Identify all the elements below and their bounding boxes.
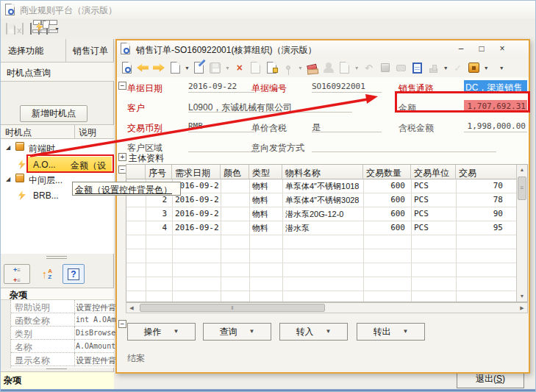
grid-empty-row — [126, 277, 518, 291]
operation-menu-button[interactable]: 操作▼ — [127, 323, 196, 341]
help-button[interactable]: ? — [62, 264, 85, 284]
grid-header-date[interactable]: 需求日期 — [172, 165, 221, 179]
horizontal-scroll-thumb[interactable]: ‖ — [140, 304, 325, 312]
toolbar-overflow-caret[interactable]: ▼ — [499, 65, 504, 71]
grid-header-name[interactable]: 物料名称 — [282, 165, 363, 179]
lock-dropdown-caret[interactable]: ▼ — [484, 65, 489, 71]
annotation-box-tree-item — [26, 154, 114, 173]
tree-col-timing[interactable]: 时机点 — [5, 126, 32, 139]
minimize-button[interactable]: – — [454, 42, 468, 55]
scroll-right-icon[interactable]: ▶ — [517, 303, 527, 313]
scroll-up-icon[interactable]: ▲ — [517, 165, 527, 175]
tree-group-middle[interactable]: 中间层... — [29, 174, 62, 187]
tax-amount-field[interactable]: 1,998,000.00 — [464, 120, 527, 132]
save-icon[interactable] — [6, 24, 7, 34]
transfer-out-menu-button[interactable]: 转出▼ — [357, 323, 425, 341]
region-field[interactable] — [188, 140, 254, 152]
props-section-header: 杂项 — [1, 288, 114, 300]
archive-icon[interactable] — [379, 61, 392, 74]
refresh-document-icon[interactable] — [249, 61, 262, 74]
prop-row[interactable]: 函数全称 int A.OAm — [11, 313, 114, 327]
query-section-header[interactable]: 时机点查询 — [1, 63, 114, 82]
cancel-document-icon[interactable]: x — [14, 24, 15, 34]
pin-dropdown-caret[interactable]: ▼ — [298, 65, 303, 71]
preview-icon[interactable] — [120, 61, 133, 74]
stamp-icon[interactable] — [427, 61, 440, 74]
submit-icon[interactable] — [306, 61, 319, 74]
maximize-button[interactable]: □ — [474, 42, 489, 55]
query-menu-button[interactable]: 查询▼ — [203, 323, 271, 341]
tax-incl-field[interactable]: 是 — [312, 120, 382, 132]
add-timing-point-button[interactable]: 新增时机点 — [20, 105, 87, 122]
exit-label: ) — [502, 374, 505, 384]
save-icon[interactable] — [209, 61, 222, 74]
grid-header-type[interactable]: 类型 — [249, 165, 282, 179]
currency-field[interactable]: RMB — [188, 120, 254, 132]
grid-header-no[interactable]: 序号 — [146, 165, 172, 179]
prop-row[interactable]: 名称 A.OAmount — [11, 340, 114, 353]
pin-icon[interactable] — [282, 61, 295, 74]
save-dropdown-caret[interactable]: ▼ — [225, 65, 230, 71]
notes-icon[interactable] — [411, 61, 424, 74]
report-dropdown-caret[interactable]: ▼ — [354, 65, 360, 71]
grid-row[interactable]: 3 2016-09-26 物料 潜水泵20G-12-0 600 PCS 90 — [126, 207, 518, 221]
report-icon[interactable] — [338, 61, 351, 74]
approve-icon[interactable]: ✓ — [451, 61, 465, 74]
scroll-down-icon[interactable]: ▼ — [517, 291, 527, 302]
package-icon — [15, 142, 24, 151]
edit-icon[interactable] — [193, 61, 206, 74]
grid-row[interactable]: 4 2016-09-26 物料 潜水泵 600 PCS 95 — [126, 221, 518, 235]
undo-icon[interactable]: ↶ — [362, 61, 376, 74]
tree-expander-icon[interactable]: ◢ — [6, 144, 10, 151]
next-record-icon[interactable] — [152, 61, 165, 74]
dialog-titlebar[interactable]: 销售订单-SO160922001(核算组织)（演示版） – □ × — [117, 40, 529, 58]
transfer-in-menu-button[interactable]: 转入▼ — [279, 323, 348, 341]
grid-header-unit[interactable]: 交易单位 — [411, 165, 456, 179]
splitter-handle[interactable] — [1, 254, 114, 261]
comment-icon[interactable] — [395, 61, 408, 74]
customer-field[interactable]: L0900，东诚机械有限公司 — [188, 100, 352, 113]
grid-header-color[interactable]: 颜色 — [221, 165, 249, 179]
new-document-icon[interactable] — [168, 61, 182, 74]
prev-record-icon[interactable] — [136, 61, 149, 74]
function-value[interactable]: 销售订单 — [73, 45, 108, 57]
doc-no-field[interactable]: SO160922001 — [312, 80, 382, 93]
sign-icon[interactable] — [322, 61, 335, 74]
tree-group-frontend[interactable]: 前端时... — [29, 143, 62, 155]
prop-row[interactable]: 帮助说明 设置控件背 — [11, 300, 114, 313]
delivery-field[interactable] — [312, 140, 496, 152]
collapse-icon[interactable]: − — [118, 82, 126, 90]
doc-date-field[interactable]: 2016-09-22 — [188, 80, 254, 93]
customer-label: 客户 — [127, 102, 145, 115]
grid-row[interactable]: 1 2016-09-26 物料 单泵体4″不锈钢1018 600 PCS 70 — [126, 179, 518, 193]
grid-header-qty[interactable]: 交易数量 — [363, 165, 411, 179]
attachment-icon[interactable] — [265, 61, 279, 74]
grid-row[interactable]: 2 2016-09-26 物料 单泵体4″不锈钢3028 600 PCS 78 — [126, 193, 518, 207]
prop-row[interactable]: 显示名称 设置控件背 — [11, 353, 114, 366]
sort-az-button[interactable]: ↑ A Z — [35, 264, 60, 284]
tree-col-desc[interactable]: 说明 — [79, 126, 96, 139]
stamp-dropdown-caret[interactable]: ▼ — [443, 65, 449, 71]
scroll-left-icon[interactable]: ◀ — [126, 303, 137, 313]
horizontal-scrollbar[interactable]: ◀ ‖ ▶ — [126, 302, 528, 313]
tree-item-brb[interactable]: BRB... — [33, 190, 59, 201]
print-copy-icon[interactable] — [46, 24, 48, 34]
delete-icon[interactable]: × — [233, 61, 246, 74]
lock-icon[interactable] — [468, 61, 481, 74]
categorize-button[interactable]: +≡ +≡ — [4, 264, 30, 284]
tree-expander-icon[interactable]: ◢ — [6, 176, 10, 182]
prop-row[interactable]: 类别 DisBrowse — [11, 327, 114, 340]
order-lines-grid: 序号 需求日期 颜色 类型 物料名称 交易数量 交易单位 交易 1 2016-0… — [126, 164, 528, 302]
calculator-icon[interactable] — [22, 24, 24, 34]
print-icon[interactable] — [30, 24, 32, 34]
collapse-icon[interactable]: − — [118, 320, 126, 328]
close-button[interactable]: × — [495, 42, 510, 55]
quick-print-icon[interactable] — [38, 24, 40, 34]
expand-icon[interactable]: + — [118, 153, 126, 161]
query-header-label: 时机点查询 — [7, 67, 51, 79]
vertical-scrollbar[interactable]: ▲ ≡ ▼ — [516, 165, 527, 302]
new-dropdown-caret[interactable]: ▼ — [185, 65, 190, 71]
prop-label: 显示名称 — [15, 354, 50, 367]
grid-header-price[interactable]: 交易 — [456, 165, 518, 179]
vertical-scroll-thumb[interactable]: ≡ — [518, 177, 526, 200]
